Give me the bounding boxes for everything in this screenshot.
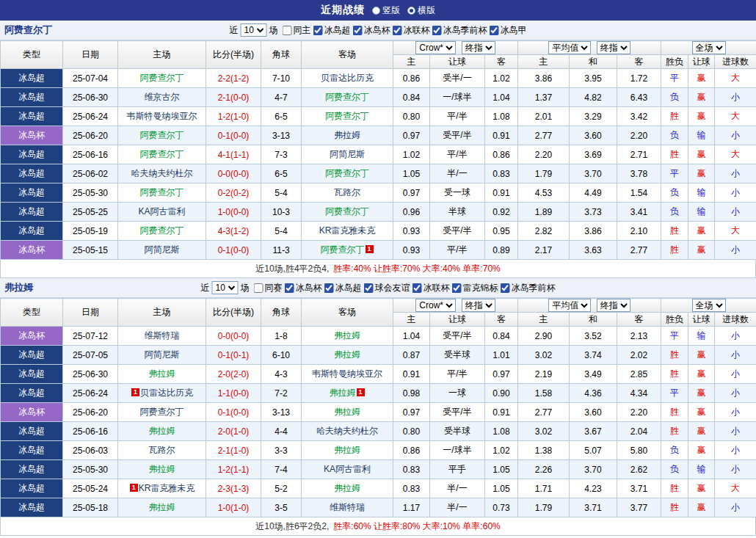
away-team-link[interactable]: 弗拉姆 [334,349,360,360]
away-team-link[interactable]: 阿简尼斯 [330,149,365,159]
filter-雷克锦标[interactable]: 雷克锦标 [450,282,498,294]
away-team-link[interactable]: 弗拉姆 [330,388,356,398]
away-team-link[interactable]: 弗拉姆 [334,445,360,455]
bookmaker-select[interactable]: Crow* [415,41,456,54]
score-link[interactable]: 0-0(0-0) [218,169,250,179]
score-link[interactable]: 2-2(1-2) [218,73,250,84]
score-link[interactable]: 0-2(0-2) [218,188,250,198]
filter-checkbox-同主[interactable] [283,26,292,35]
bookmaker-select[interactable]: Crow* [415,299,456,312]
fulltime-select[interactable]: 全场 [692,299,726,312]
home-team-link[interactable]: 瓦路尔 [149,445,175,455]
away-team-link[interactable]: 贝雷达比历克 [321,73,374,83]
score-link[interactable]: 1-2(1-0) [218,112,250,122]
filter-冰岛甲[interactable]: 冰岛甲 [487,24,527,37]
home-team-link[interactable]: 弗拉姆 [149,426,175,436]
filter-checkbox-冰岛超[interactable] [313,26,323,35]
home-team-link[interactable]: 维京古尔 [145,92,180,102]
horizontal-layout-radio[interactable]: 横版 [407,4,435,17]
filter-checkbox-冰岛季前杯[interactable] [501,283,510,293]
away-team-link[interactable]: 阿费查尔丁 [325,206,369,217]
filter-冰岛超[interactable]: 冰岛超 [311,24,351,37]
average-select[interactable]: 平均值 [548,41,591,54]
filter-冰岛杯[interactable]: 冰岛杯 [351,24,390,37]
away-team-link[interactable]: 阿费查尔丁 [325,92,369,102]
filter-checkbox-冰岛杯[interactable] [353,26,363,35]
filter-checkbox-冰岛季前杯[interactable] [432,26,442,35]
away-team-link[interactable]: 弗拉姆 [334,483,360,493]
away-team-link[interactable]: 阿费查尔丁 [325,111,369,121]
filter-冰岛超[interactable]: 冰岛超 [322,282,362,294]
away-team-link[interactable]: 阿费查尔丁 [321,244,365,255]
score-link[interactable]: 2-0(2-0) [218,369,250,379]
score-link[interactable]: 1-1(0-0) [218,388,250,399]
home-team-link[interactable]: 阿费查尔丁 [140,225,184,236]
score-link[interactable]: 0-1(0-1) [218,350,250,360]
avg-stage-select[interactable]: 终指 [597,299,630,312]
away-team-link[interactable]: 维斯特瑞 [330,502,365,512]
fulltime-select[interactable]: 全场 [692,41,726,54]
filter-同主[interactable]: 同主 [280,24,311,37]
odds-stage-select[interactable]: 终指 [462,299,495,312]
filter-checkbox-雷克锦标[interactable] [452,283,462,293]
filter-球会友谊[interactable]: 球会友谊 [362,282,410,294]
score-link[interactable]: 1-0(0-0) [218,207,250,217]
score-link[interactable]: 1-2(1-1) [218,465,250,475]
home-team-link[interactable]: 阿费查尔丁 [140,130,184,140]
away-team-link[interactable]: KA阿古雷利 [324,464,371,474]
score-link[interactable]: 2-1(0-0) [218,92,250,103]
score-link[interactable]: 0-0(0-0) [218,331,250,341]
filter-同赛[interactable]: 同赛 [252,282,283,294]
avg-stage-select[interactable]: 终指 [597,41,630,54]
score-link[interactable]: 1-0(1-0) [218,503,250,513]
home-team-link[interactable]: KA阿古雷利 [138,206,185,217]
away-team-link[interactable]: KR雷克雅未克 [319,225,376,236]
home-team-link[interactable]: 阿简尼斯 [145,349,180,360]
filter-checkbox-冰岛超[interactable] [324,283,334,293]
home-team-link[interactable]: 阿费查尔丁 [140,187,184,197]
filter-checkbox-冰联杯[interactable] [393,26,402,35]
recent-count-select[interactable]: 10 [212,281,239,294]
score-link[interactable]: 2-1(1-0) [218,446,250,456]
filter-checkbox-球会友谊[interactable] [364,283,374,293]
average-select[interactable]: 平均值 [548,299,591,312]
filter-checkbox-冰联杯[interactable] [412,283,422,293]
home-team-link[interactable]: 阿费查尔丁 [140,407,184,417]
vertical-layout-radio[interactable]: 竖版 [372,4,400,17]
home-team-link[interactable]: 贝雷达比历克 [140,388,193,398]
score-link[interactable]: 2-0(1-0) [218,426,250,437]
away-team-link[interactable]: 阿费查尔丁 [325,168,369,178]
odds-stage-select[interactable]: 终指 [462,41,495,54]
home-team-link[interactable]: 弗拉姆 [149,502,175,512]
home-team-link[interactable]: 阿简尼斯 [145,244,180,255]
home-team-link[interactable]: 韦斯特曼纳埃亚尔 [127,111,197,121]
away-team-link[interactable]: 弗拉姆 [334,407,360,417]
home-team-link[interactable]: 弗拉姆 [149,464,175,474]
away-team-link[interactable]: 弗拉姆 [334,130,360,140]
score-link[interactable]: 4-1(1-1) [218,150,250,160]
score-link[interactable]: 0-1(0-0) [218,407,250,418]
home-team-link[interactable]: 维斯特瑞 [145,330,180,341]
away-team-link[interactable]: 瓦路尔 [334,187,360,197]
filter-checkbox-冰岛杯[interactable] [285,283,294,293]
filter-冰岛杯[interactable]: 冰岛杯 [283,282,322,294]
score-link[interactable]: 0-1(0-0) [218,131,250,141]
recent-count-select[interactable]: 10 [241,23,267,37]
filter-冰联杯[interactable]: 冰联杯 [410,282,450,294]
filter-冰岛季前杯[interactable]: 冰岛季前杯 [430,24,487,37]
filter-冰联杯[interactable]: 冰联杯 [390,24,430,37]
home-team-link[interactable]: 阿费查尔丁 [140,73,184,83]
filter-checkbox-冰岛甲[interactable] [490,26,499,35]
filter-checkbox-同赛[interactable] [254,283,263,293]
away-team-link[interactable]: 弗拉姆 [334,330,360,341]
home-team-link[interactable]: 阿费查尔丁 [140,149,184,159]
home-team-link[interactable]: KR雷克雅未克 [139,483,195,493]
filter-冰岛季前杯[interactable]: 冰岛季前杯 [498,282,556,294]
score-link[interactable]: 0-1(0-0) [218,245,250,255]
away-team-link[interactable]: 哈夫纳夫约杜尔 [316,426,378,436]
home-team-link[interactable]: 弗拉姆 [149,368,175,379]
home-team-link[interactable]: 哈夫纳夫约杜尔 [131,168,193,178]
score-link[interactable]: 2-3(1-3) [218,484,250,494]
away-team-link[interactable]: 韦斯特曼纳埃亚尔 [312,368,382,379]
score-link[interactable]: 4-3(1-2) [218,226,250,236]
